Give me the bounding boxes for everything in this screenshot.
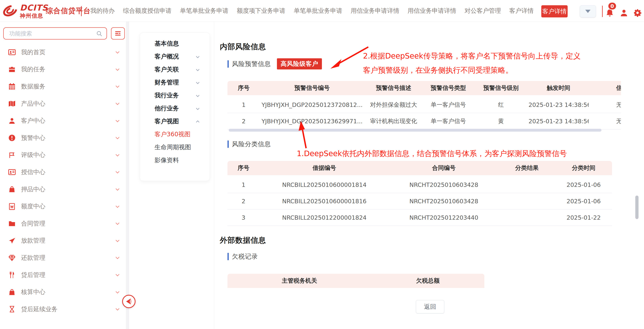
sidebar-item[interactable]: 授信中心 — [0, 164, 126, 181]
section-bar — [228, 60, 229, 68]
flag-icon — [8, 151, 16, 159]
table-cell: NRCBILL2025012200001824 — [260, 210, 389, 226]
sidebar-item[interactable]: 产品中心 — [0, 95, 126, 112]
table-horizontal-scrollbar[interactable] — [229, 129, 602, 132]
nav-tab-4[interactable]: 额度项下业务申请 — [237, 7, 286, 15]
submenu-subitem[interactable]: 影像资料 — [140, 154, 210, 167]
high-risk-customer-badge: 高风险级客户 — [277, 58, 322, 69]
submenu-item[interactable]: 他行业务 — [140, 102, 210, 115]
submenu-subitem[interactable]: 客户360视图 — [140, 128, 210, 141]
table-row: 1YJBHYJXH_DGP20250123720812...对外担保金额过大单一… — [228, 97, 621, 113]
submenu-item[interactable]: 财务管理 — [140, 76, 210, 89]
submenu-subitem[interactable]: 生命周期视图 — [140, 141, 210, 154]
customer-detail-submenu: 基本信息客户概况客户关联财务管理我行业务他行业务客户视图客户360视图生命周期视… — [140, 32, 210, 181]
search-icon — [96, 30, 102, 37]
idcard-icon — [8, 168, 16, 176]
submenu-item[interactable]: 客户视图 — [140, 115, 210, 128]
sidebar-item-label: 押品中心 — [21, 185, 46, 194]
nav-tab-5[interactable]: 单笔单批业务申请 — [294, 7, 342, 15]
sidebar-item-label: 评级中心 — [21, 151, 46, 159]
sidebar-item-label: 我的任务 — [21, 65, 46, 73]
nav-tab-9[interactable]: 客户详情 — [509, 7, 534, 15]
table-header-cell: 分类时间 — [555, 161, 612, 177]
sidebar-collapse-button[interactable] — [122, 295, 136, 308]
nav-divider — [602, 6, 603, 17]
sidebar-item[interactable]: 客户中心 — [0, 112, 126, 129]
function-search-input[interactable] — [3, 27, 107, 39]
submenu-item[interactable]: 客户概况 — [140, 50, 210, 63]
table-row: 3NRCBILL2025012200001824NRCHT20250122034… — [228, 210, 612, 226]
sidebar-item[interactable]: 押品中心 — [0, 181, 126, 198]
sidebar-item[interactable]: 合同管理 — [0, 215, 126, 232]
page-vertical-scrollbar[interactable] — [635, 196, 638, 219]
chevron-down-icon — [115, 49, 120, 55]
nav-tab-3[interactable]: 单笔单批业务申请 — [180, 7, 228, 15]
submenu-item[interactable]: 客户关联 — [140, 63, 210, 76]
left-sidebar: 我的首页我的任务数据服务产品中心客户中心预警中心评级中心授信中心押品中心额度中心… — [0, 21, 129, 329]
table-cell — [498, 177, 555, 193]
annotation-2-line2: 客户预警级别，在业务侧执行不同受理策略。 — [363, 63, 580, 77]
submenu-item-label: 基本信息 — [154, 39, 179, 48]
table-header-row: 序号预警信号编号预警信号描述预警信号类型预警信号级别触发时间信 — [228, 81, 621, 97]
tax-section-header: 欠税记录 — [228, 252, 258, 261]
table-cell: 无 — [589, 97, 621, 113]
sidebar-item[interactable]: 核算中心 — [0, 284, 126, 301]
nav-overflow-dropdown[interactable] — [580, 5, 596, 17]
back-button[interactable]: 返回 — [416, 300, 444, 314]
chevron-down-icon — [115, 272, 120, 278]
submenu-item[interactable]: 我行业务 — [140, 89, 210, 102]
sidebar-item[interactable]: 还款管理 — [0, 249, 126, 267]
sidebar-item[interactable]: 我的首页 — [0, 44, 126, 61]
table-row: 2YJBHYJXH_DGP20250123629971...审计机构出现变化单一… — [228, 113, 621, 130]
chevron-down-icon — [115, 101, 120, 106]
table-cell — [498, 210, 555, 226]
submenu-item-label: 他行业务 — [154, 104, 179, 113]
sidebar-scrollbar[interactable] — [126, 21, 129, 329]
nav-tab-2[interactable]: 综合额度授信申请 — [123, 7, 172, 15]
sidebar-item[interactable]: 我的任务 — [0, 61, 126, 78]
table-header-cell: 序号 — [228, 81, 260, 97]
table-cell: 对外担保金额过大 — [364, 97, 423, 113]
sidebar-item[interactable]: 预警中心 — [0, 129, 126, 147]
annotation-arrow-to-row — [295, 120, 310, 149]
nav-tab-7[interactable]: 用信业务申请详情 — [408, 7, 456, 15]
table-header-cell: 分类结果 — [498, 161, 555, 177]
map-icon — [8, 100, 16, 107]
sidebar-item-label: 贷后延续业务 — [21, 305, 58, 314]
table-cell: NRCBILL2025010600001814 — [260, 177, 389, 193]
table-cell: 无 — [589, 113, 621, 130]
sidebar-item[interactable]: 额度中心 — [0, 198, 126, 215]
sidebar-item[interactable]: 放款管理 — [0, 232, 126, 249]
table-cell: 3 — [228, 210, 260, 226]
chevron-down-icon — [115, 118, 120, 124]
nav-tab-8[interactable]: 对公客户管理 — [464, 7, 501, 15]
table-cell: 2 — [228, 193, 260, 210]
table-cell: 2025-01-06 — [555, 193, 612, 210]
table-header-cell: 预警信号类型 — [423, 81, 474, 97]
table-header-cell: 预警信号描述 — [364, 81, 423, 97]
settings-gear-icon[interactable] — [633, 8, 642, 17]
table-header-cell: 预警信号编号 — [260, 81, 364, 97]
sidebar-item[interactable]: 贷后延续业务 — [0, 301, 126, 318]
tab-customer-detail-active[interactable]: 客户详情 — [541, 5, 568, 17]
sidebar-item-label: 额度中心 — [21, 202, 46, 211]
external-data-title: 外部数据信息 — [220, 235, 266, 245]
user-profile-icon[interactable] — [620, 8, 628, 17]
app-title: 综合信贷平台 — [46, 0, 91, 21]
sidebar-item[interactable]: 数据服务 — [0, 78, 126, 95]
submenu-item[interactable]: 基本信息 — [140, 37, 210, 50]
nav-tab-6[interactable]: 用信业务申请详情 — [351, 7, 399, 15]
sidebar-item[interactable]: 贷后管理 — [0, 267, 126, 284]
risk-warning-section-header: 风险预警信息 高风险级客户 — [228, 58, 322, 69]
chevron-down-icon — [585, 10, 590, 13]
table-cell: 1 — [228, 97, 260, 113]
menu-list-button[interactable] — [111, 27, 125, 39]
chevron-down-icon — [115, 84, 120, 89]
nav-tab-1[interactable]: 我的待办 — [90, 7, 115, 15]
tax-table-wrap: 主管税务机关欠税总额 — [228, 274, 484, 290]
sidebar-item[interactable]: 评级中心 — [0, 147, 126, 164]
brand-company: DCITS — [20, 4, 48, 12]
risk-warning-label: 风险预警信息 — [232, 60, 271, 68]
sidebar-item-label: 授信中心 — [21, 168, 46, 176]
table-cell: NRCHT2025010603428 — [389, 177, 498, 193]
